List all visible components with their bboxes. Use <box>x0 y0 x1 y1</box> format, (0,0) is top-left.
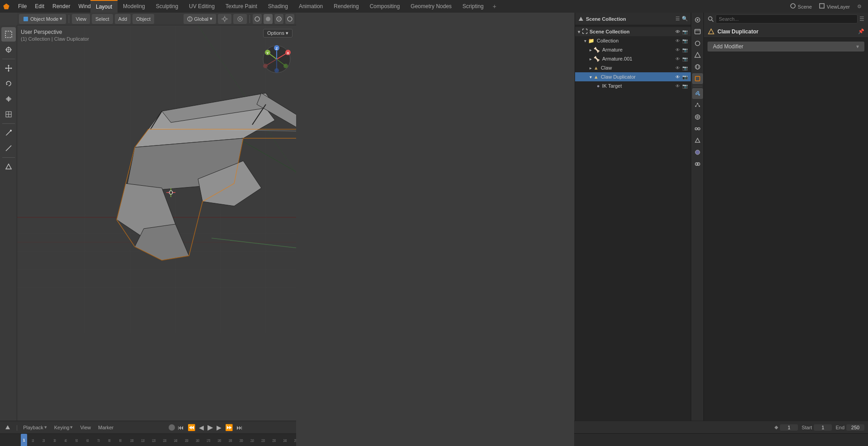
tab-compositing[interactable]: Compositing <box>364 0 406 13</box>
claw-dup-vis-icon[interactable]: 👁 <box>675 74 680 80</box>
prop-tab-render[interactable] <box>692 14 703 25</box>
outliner-ik-target[interactable]: ● IK Target 👁 📷 <box>575 81 691 90</box>
tab-rendering[interactable]: Rendering <box>328 0 364 13</box>
axis-gizmo[interactable]: X Y Z <box>261 43 292 75</box>
view-layer-selector[interactable]: ViewLayer <box>816 2 853 10</box>
properties-pin-icon[interactable]: 📌 <box>858 28 864 34</box>
marker-menu[interactable]: Marker <box>95 424 116 431</box>
prop-tab-object-data[interactable] <box>692 135 703 146</box>
menu-render[interactable]: Render <box>49 2 74 10</box>
outliner-armature[interactable]: ▸ 🦴 Armature 👁 📷 <box>575 45 691 54</box>
tab-layout[interactable]: Layout <box>90 0 118 13</box>
outliner-collection[interactable]: ▾ 📁 Collection 👁 📷 <box>575 36 691 45</box>
add-menu-button[interactable]: Add <box>115 14 131 24</box>
next-frame-button[interactable]: ▶ <box>216 423 222 432</box>
next-keyframe-button[interactable]: ⏩ <box>224 423 234 432</box>
armature001-vis-icon[interactable]: 👁 <box>675 56 680 62</box>
outliner-claw-duplicator[interactable]: ▾ ▲ Claw Duplicator 👁 📷 <box>575 72 691 81</box>
prop-tab-view-layer[interactable] <box>692 38 703 49</box>
rendered-shading-button[interactable] <box>285 14 294 24</box>
scene-selector[interactable]: Scene <box>788 2 815 10</box>
viewport-options-button[interactable]: Options ▾ <box>263 29 292 38</box>
prev-keyframe-button[interactable]: ⏪ <box>187 423 196 432</box>
tool-transform[interactable] <box>1 107 16 122</box>
jump-to-end-button[interactable]: ⏭ <box>236 423 244 432</box>
properties-content-area: ☰ Claw Duplicator 📌 Add Modifier ▾ <box>704 13 868 446</box>
proportional-edit-button[interactable] <box>233 14 247 24</box>
start-frame-value[interactable]: 1 <box>814 424 832 431</box>
collection-render-icon[interactable]: 📷 <box>682 38 688 44</box>
prop-tab-physics[interactable] <box>692 112 703 122</box>
tab-scripting[interactable]: Scripting <box>457 0 489 13</box>
prop-tab-material[interactable] <box>692 147 703 158</box>
material-shading-button[interactable] <box>274 14 283 24</box>
global-selector-button[interactable]: Global ▾ <box>184 14 216 24</box>
svg-text:110: 110 <box>141 438 145 443</box>
wireframe-shading-button[interactable] <box>253 14 262 24</box>
tab-texture-paint[interactable]: Texture Paint <box>220 0 263 13</box>
tool-measure[interactable] <box>1 141 16 155</box>
keying-menu[interactable]: Keying ▾ <box>52 423 76 431</box>
prop-tab-scene[interactable] <box>692 50 703 61</box>
view-menu-button[interactable]: View <box>72 14 90 24</box>
properties-filter-icon[interactable]: ☰ <box>859 16 864 22</box>
frame-value[interactable]: 1 <box>780 424 798 431</box>
tab-geometry-nodes[interactable]: Geometry Nodes <box>405 0 457 13</box>
tool-scale[interactable] <box>1 92 16 106</box>
prop-tab-constraint[interactable] <box>692 123 703 134</box>
play-button[interactable]: ▶ <box>207 422 214 432</box>
claw-render-icon[interactable]: 📷 <box>682 65 688 71</box>
tool-add-primitive[interactable] <box>1 160 16 174</box>
tab-add-button[interactable]: + <box>489 1 500 12</box>
playback-menu[interactable]: Playback ▾ <box>20 423 50 431</box>
tool-cursor[interactable] <box>1 42 16 57</box>
top-filter-icon[interactable]: ⚙ <box>854 3 864 10</box>
object-mode-button[interactable]: Object Mode ▾ <box>19 14 66 24</box>
prop-tab-output[interactable] <box>692 26 703 37</box>
ik-render-icon[interactable]: 📷 <box>682 83 688 89</box>
tool-move[interactable] <box>1 61 16 75</box>
armature-render-icon[interactable]: 📷 <box>682 47 688 53</box>
prop-tab-shader[interactable] <box>692 159 703 169</box>
solid-shading-button[interactable] <box>264 14 273 24</box>
prop-tab-modifier[interactable] <box>692 88 703 99</box>
prop-tab-particles[interactable] <box>692 100 703 111</box>
properties-search-input[interactable] <box>716 14 858 23</box>
select-menu-button[interactable]: Select <box>92 14 113 24</box>
prev-frame-button[interactable]: ◀ <box>198 423 205 432</box>
armature-vis-icon[interactable]: 👁 <box>675 47 680 53</box>
blender-logo[interactable]: ⬟ <box>0 0 13 13</box>
tab-uv-editing[interactable]: UV Editing <box>184 0 220 13</box>
record-button[interactable] <box>169 424 175 431</box>
menu-file[interactable]: File <box>14 2 30 10</box>
object-menu-button[interactable]: Object <box>132 14 154 24</box>
end-frame-value[interactable]: 250 <box>846 424 864 431</box>
add-modifier-button[interactable]: Add Modifier ▾ <box>708 42 864 52</box>
snap-button[interactable] <box>218 14 231 24</box>
tool-rotate[interactable] <box>1 76 16 91</box>
prop-tab-world[interactable] <box>692 61 703 72</box>
3d-viewport[interactable]: User Perspective (1) Collection | Claw D… <box>17 25 296 421</box>
tab-shading[interactable]: Shading <box>263 0 293 13</box>
tab-animation[interactable]: Animation <box>293 0 328 13</box>
claw-dup-render-icon[interactable]: 📷 <box>682 74 688 80</box>
menu-edit[interactable]: Edit <box>31 2 48 10</box>
claw-vis-icon[interactable]: 👁 <box>675 65 680 71</box>
ik-vis-icon[interactable]: 👁 <box>675 83 680 89</box>
timeline-view-menu[interactable]: View <box>77 424 94 431</box>
tool-select-box[interactable] <box>1 27 16 42</box>
armature001-render-icon[interactable]: 📷 <box>682 56 688 62</box>
vis-render-icon[interactable]: 📷 <box>682 29 688 35</box>
tool-annotate[interactable] <box>1 126 16 140</box>
outliner-claw[interactable]: ▸ ▲ Claw 👁 📷 <box>575 63 691 72</box>
outliner-armature-001[interactable]: ▸ 🦴 Armature.001 👁 📷 <box>575 54 691 63</box>
jump-to-start-button[interactable]: ⏮ <box>177 423 185 432</box>
prop-tab-object[interactable] <box>692 73 703 84</box>
tab-modeling[interactable]: Modeling <box>118 0 151 13</box>
outliner-filter-button[interactable]: ☰ <box>675 16 680 22</box>
collection-vis-icon[interactable]: 👁 <box>675 38 680 44</box>
outliner-search-button[interactable]: 🔍 <box>682 16 688 22</box>
outliner-scene-collection[interactable]: ▾ ⛶ Scene Collection 👁 📷 <box>575 27 691 36</box>
tab-sculpting[interactable]: Sculpting <box>151 0 184 13</box>
vis-eye-icon[interactable]: 👁 <box>675 29 680 35</box>
